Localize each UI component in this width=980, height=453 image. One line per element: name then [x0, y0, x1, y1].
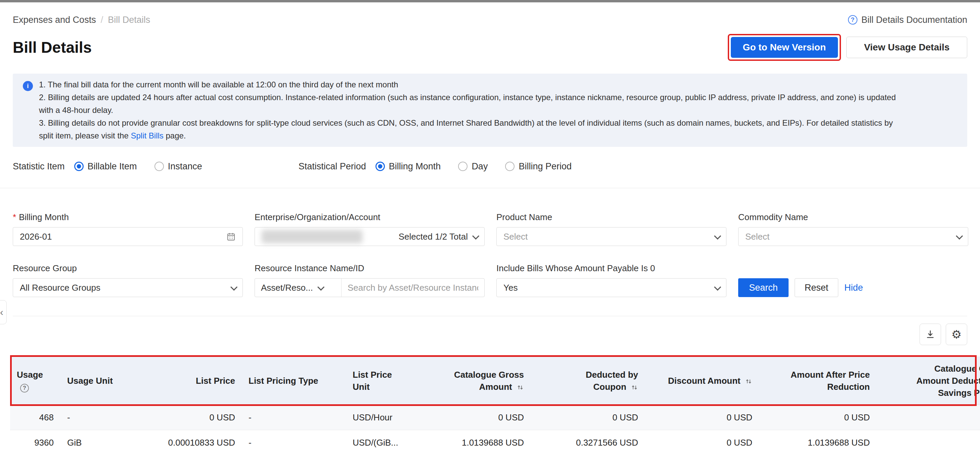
divider	[0, 188, 980, 188]
go-to-new-version-button[interactable]: Go to New Version	[731, 37, 838, 58]
product-name-label: Product Name	[496, 212, 726, 222]
radio-day[interactable]: Day	[458, 161, 488, 172]
cell-amount-after-price-reduction: 0 USD	[759, 405, 877, 430]
col-deducted-by-coupon[interactable]: Deducted by Coupon	[531, 357, 645, 405]
breadcrumb-parent[interactable]: Expenses and Costs	[13, 15, 96, 25]
notice-line-pre: split item, please visit the	[39, 131, 130, 140]
calendar-icon	[226, 232, 236, 241]
field-include-zero-bills: Include Bills Whose Amount Payable Is 0 …	[496, 263, 726, 297]
cell-usage-unit: GiB	[60, 430, 141, 453]
include-zero-bills-value: Yes	[503, 282, 517, 293]
statistic-options-row: Statistic Item Billable Item Instance St…	[13, 159, 967, 174]
cell-catalogue-gross-deducted-savings-plan	[877, 405, 980, 430]
cell-deducted-by-coupon: 0 USD	[531, 405, 645, 430]
cell-discount-amount: 0 USD	[645, 405, 759, 430]
radio-unselected-icon	[505, 162, 514, 171]
view-usage-details-button[interactable]: View Usage Details	[846, 37, 967, 58]
include-zero-bills-select[interactable]: Yes	[496, 278, 726, 297]
gear-icon: ⚙	[951, 329, 961, 340]
sort-icon	[631, 384, 638, 391]
chevron-down-icon	[472, 232, 479, 239]
filter-buttons: Search Reset Hide	[738, 263, 968, 297]
sort-icon	[745, 378, 752, 385]
chevron-down-icon	[956, 232, 963, 239]
search-button[interactable]: Search	[738, 278, 789, 297]
split-bills-link[interactable]: Split Bills	[130, 131, 163, 140]
cell-list-price: 0 USD	[141, 405, 242, 430]
radio-label: Billable Item	[88, 161, 137, 172]
reset-button[interactable]: Reset	[795, 278, 838, 297]
col-catalogue-gross-deducted-savings-plan[interactable]: Catalogue Gross Amount Deducted by Savin…	[877, 357, 980, 405]
doc-link-label: Bill Details Documentation	[861, 15, 967, 25]
commodity-name-label: Commodity Name	[738, 212, 968, 222]
field-billing-month: *Billing Month 2026-01	[13, 212, 243, 246]
title-row: Bill Details Go to New Version View Usag…	[13, 34, 967, 61]
chevron-down-icon	[317, 283, 325, 290]
doc-link[interactable]: ? Bill Details Documentation	[848, 15, 967, 25]
settings-button[interactable]: ⚙	[946, 324, 967, 345]
billing-month-label: *Billing Month	[13, 212, 243, 222]
col-usage: Usage?	[10, 357, 60, 405]
commodity-name-select[interactable]: Select	[738, 227, 968, 246]
table-toolbar: ⚙	[13, 324, 967, 345]
title-actions: Go to New Version View Usage Details	[728, 34, 967, 61]
radio-selected-icon	[74, 162, 84, 171]
notice-line: 2. Billing details are updated 24 hours …	[39, 91, 896, 104]
cell-list-pricing-type: -	[242, 430, 346, 453]
radio-unselected-icon	[458, 162, 468, 171]
cell-discount-amount: 0 USD	[645, 430, 759, 453]
resource-group-label: Resource Group	[13, 263, 243, 274]
resource-instance-label: Resource Instance Name/ID	[255, 263, 485, 274]
col-amount-after-price-reduction: Amount After Price Reduction	[759, 357, 877, 405]
resource-group-select[interactable]: All Resource Groups	[13, 278, 243, 297]
account-select[interactable]: Selected 1/2 Total	[255, 227, 485, 246]
radio-billing-period[interactable]: Billing Period	[505, 161, 572, 172]
chevron-down-icon	[714, 283, 721, 290]
cell-usage: 9360	[10, 430, 60, 453]
filter-panel: *Billing Month 2026-01 Enterprise/Organi…	[13, 212, 967, 297]
table-row: 9360 GiB 0.00010833 USD - USD/(GiB... 1.…	[10, 430, 980, 453]
statistical-period-label: Statistical Period	[299, 161, 366, 172]
field-commodity-name: Commodity Name Select	[738, 212, 968, 246]
window-top-edge	[0, 0, 980, 2]
radio-label: Billing Period	[519, 161, 572, 172]
product-name-select[interactable]: Select	[496, 227, 726, 246]
table-row: 468 - 0 USD - USD/Hour 0 USD 0 USD 0 USD…	[10, 405, 980, 430]
radio-instance[interactable]: Instance	[154, 161, 202, 172]
radio-billable-item[interactable]: Billable Item	[74, 161, 137, 172]
resource-instance-type-select[interactable]: Asset/Reso...	[255, 279, 342, 297]
field-account: Enterprise/Organization/Account Selected…	[255, 212, 485, 246]
download-button[interactable]	[920, 324, 941, 345]
notice-line: with a 48-hour delay.	[39, 104, 896, 116]
sort-icon	[517, 384, 524, 391]
col-catalogue-gross-amount[interactable]: Catalogue Gross Amount	[426, 357, 531, 405]
resource-instance-search-input[interactable]	[342, 279, 484, 297]
col-discount-amount[interactable]: Discount Amount	[645, 357, 759, 405]
radio-billing-month[interactable]: Billing Month	[375, 161, 441, 172]
resource-instance-combo: Asset/Reso...	[255, 278, 485, 297]
info-icon: i	[23, 81, 33, 91]
help-icon[interactable]: ?	[20, 384, 29, 392]
cell-catalogue-gross-deducted-savings-plan	[877, 430, 980, 453]
divider	[13, 316, 967, 316]
notice-line: split item, please visit the Split Bills…	[39, 129, 896, 142]
field-product-name: Product Name Select	[496, 212, 726, 246]
question-circle-icon: ?	[848, 15, 858, 24]
cell-list-pricing-type: -	[242, 405, 346, 430]
account-label: Enterprise/Organization/Account	[255, 212, 485, 222]
notice-banner: i 1. The final bill data for the current…	[13, 73, 967, 147]
include-zero-bills-label: Include Bills Whose Amount Payable Is 0	[496, 263, 726, 274]
radio-label: Billing Month	[389, 161, 441, 172]
billing-month-input[interactable]: 2026-01	[13, 227, 243, 246]
chevron-down-icon	[231, 283, 237, 290]
radio-label: Instance	[168, 161, 202, 172]
breadcrumb-current: Bill Details	[108, 15, 150, 25]
field-resource-group: Resource Group All Resource Groups	[13, 263, 243, 297]
hide-filters-link[interactable]: Hide	[844, 278, 863, 297]
notice-line-post: page.	[164, 131, 186, 140]
page-title: Bill Details	[13, 38, 92, 56]
sidebar-collapse-handle[interactable]: ‹	[0, 300, 7, 324]
table-header-row: Usage? Usage Unit List Price List Pricin…	[10, 357, 980, 405]
cell-list-price: 0.00010833 USD	[141, 430, 242, 453]
commodity-name-placeholder: Select	[745, 231, 769, 242]
